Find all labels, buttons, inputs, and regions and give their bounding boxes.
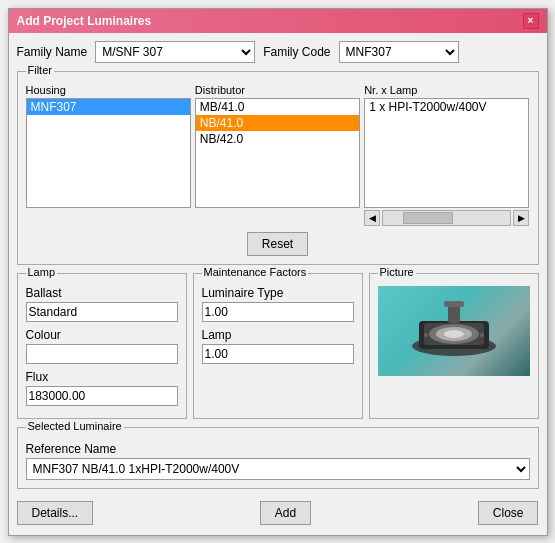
svg-point-9 <box>480 333 484 337</box>
svg-rect-7 <box>444 301 464 307</box>
lum-type-label: Luminaire Type <box>202 286 284 300</box>
nr-lamp-label: Nr. x Lamp <box>364 84 529 96</box>
nr-lamp-scrollbar-row: ◀ ▶ <box>364 210 529 226</box>
housing-listbox[interactable]: MNF307 <box>26 98 191 208</box>
nr-lamp-listbox[interactable]: 1 x HPI-T2000w/400V <box>364 98 529 208</box>
colour-input[interactable] <box>26 344 178 364</box>
picture-placeholder <box>378 286 530 376</box>
ballast-input[interactable] <box>26 302 178 322</box>
reset-button[interactable]: Reset <box>247 232 308 256</box>
family-row: Family Name M/SNF 307 Family Code MNF307 <box>17 41 539 63</box>
svg-point-5 <box>444 330 464 338</box>
family-name-label: Family Name <box>17 45 88 59</box>
family-name-select[interactable]: M/SNF 307 <box>95 41 255 63</box>
filter-label: Filter <box>26 64 54 76</box>
flux-input[interactable] <box>26 386 178 406</box>
add-button[interactable]: Add <box>260 501 311 525</box>
flux-label: Flux <box>26 370 49 384</box>
close-button[interactable]: Close <box>478 501 539 525</box>
picture-label: Picture <box>378 266 416 278</box>
family-code-select[interactable]: MNF307 <box>339 41 459 63</box>
svg-rect-6 <box>448 305 460 323</box>
scroll-right-btn[interactable]: ▶ <box>513 210 529 226</box>
bottom-section: Lamp Ballast Colour Flux Maintenance Fac… <box>17 273 539 419</box>
lamp-label: Lamp <box>26 266 58 278</box>
dialog-body: Family Name M/SNF 307 Family Code MNF307… <box>9 33 547 535</box>
family-code-label: Family Code <box>263 45 330 59</box>
dialog: Add Project Luminaires × Family Name M/S… <box>8 8 548 536</box>
reset-row: Reset <box>26 232 530 256</box>
mf-lamp-input[interactable] <box>202 344 354 364</box>
housing-col: Housing MNF307 <box>26 84 191 226</box>
selected-lum-label: Selected Luminaire <box>26 420 124 432</box>
filter-row: Housing MNF307 Distributor MB/41.0 NB/41… <box>26 84 530 226</box>
distributor-listbox[interactable]: MB/41.0 NB/41.0 NB/42.0 <box>195 98 360 208</box>
housing-label: Housing <box>26 84 191 96</box>
nr-lamp-col: Nr. x Lamp 1 x HPI-T2000w/400V ◀ ▶ <box>364 84 529 226</box>
colour-label: Colour <box>26 328 61 342</box>
mf-label: Maintenance Factors <box>202 266 309 278</box>
housing-item-mnf307[interactable]: MNF307 <box>27 99 190 115</box>
distributor-item-nb410[interactable]: NB/41.0 <box>196 115 359 131</box>
mf-lamp-label: Lamp <box>202 328 232 342</box>
distributor-item-nb420[interactable]: NB/42.0 <box>196 131 359 147</box>
distributor-label: Distributor <box>195 84 360 96</box>
maintenance-section: Maintenance Factors Luminaire Type Lamp <box>193 273 363 419</box>
luminaire-image <box>404 291 504 371</box>
scroll-left-btn[interactable]: ◀ <box>364 210 380 226</box>
nr-lamp-item-1[interactable]: 1 x HPI-T2000w/400V <box>365 99 528 115</box>
lum-type-input[interactable] <box>202 302 354 322</box>
lamp-section: Lamp Ballast Colour Flux <box>17 273 187 419</box>
action-row: Details... Add Close <box>17 497 539 527</box>
distributor-item-mb410[interactable]: MB/41.0 <box>196 99 359 115</box>
title-bar: Add Project Luminaires × <box>9 9 547 33</box>
svg-point-8 <box>424 333 428 337</box>
dialog-title: Add Project Luminaires <box>17 14 152 28</box>
selected-luminaire-section: Selected Luminaire Reference Name MNF307… <box>17 427 539 489</box>
reference-name-label: Reference Name <box>26 442 117 456</box>
picture-section: Picture <box>369 273 539 419</box>
ballast-label: Ballast <box>26 286 62 300</box>
filter-section: Filter Housing MNF307 Distributor MB/41.… <box>17 71 539 265</box>
scrollbar-h[interactable] <box>382 210 511 226</box>
scrollbar-thumb <box>403 212 453 224</box>
distributor-col: Distributor MB/41.0 NB/41.0 NB/42.0 <box>195 84 360 226</box>
details-button[interactable]: Details... <box>17 501 94 525</box>
reference-name-select[interactable]: MNF307 NB/41.0 1xHPI-T2000w/400V <box>26 458 530 480</box>
close-icon[interactable]: × <box>523 13 539 29</box>
